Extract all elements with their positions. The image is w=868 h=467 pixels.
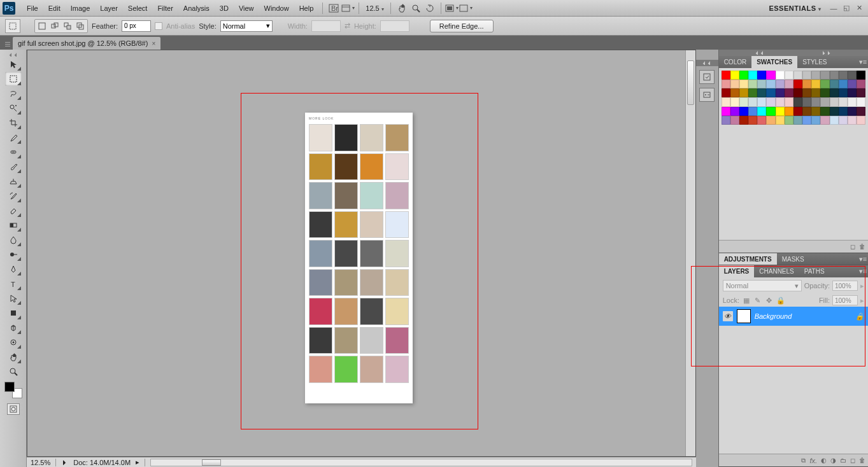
path-select-tool[interactable] xyxy=(5,291,22,305)
swatch[interactable] xyxy=(793,116,802,125)
swatch[interactable] xyxy=(730,71,739,80)
adjustment-layer-icon[interactable]: ◑ xyxy=(830,457,836,464)
blend-mode-select[interactable]: Normal▾ xyxy=(723,280,802,291)
swatch[interactable] xyxy=(776,88,785,97)
swatch[interactable] xyxy=(820,107,829,116)
swatch[interactable] xyxy=(785,80,793,88)
screen-mode[interactable] xyxy=(459,2,473,15)
swatch[interactable] xyxy=(766,80,775,88)
lasso-tool[interactable] xyxy=(5,87,22,101)
swatch[interactable] xyxy=(811,116,820,125)
swatch[interactable] xyxy=(776,71,785,80)
collapse-handle[interactable]: ⏴⏴ ⏵⏵ xyxy=(719,50,868,56)
horizontal-scrollbar[interactable] xyxy=(150,459,692,466)
swatch[interactable] xyxy=(722,88,730,97)
move-tool[interactable] xyxy=(5,57,22,71)
swatch[interactable] xyxy=(748,97,757,106)
swatch[interactable] xyxy=(766,97,775,106)
tab-drag-handle[interactable] xyxy=(5,38,10,50)
color-swatches[interactable] xyxy=(4,382,22,398)
opacity-input[interactable]: 100% xyxy=(832,281,858,291)
swatch[interactable] xyxy=(766,71,775,80)
layer-row[interactable]: 👁 Background 🔒 xyxy=(719,307,868,326)
swatch[interactable] xyxy=(811,97,820,106)
swatch[interactable] xyxy=(730,97,739,106)
bridge-button[interactable]: Br xyxy=(327,2,341,15)
hand-tool-shortcut[interactable] xyxy=(395,2,409,15)
swatch[interactable] xyxy=(839,71,848,80)
scrollbar-thumb[interactable] xyxy=(687,60,694,105)
swatch[interactable] xyxy=(857,80,865,88)
swatch[interactable] xyxy=(820,80,829,88)
selection-add[interactable] xyxy=(49,21,60,31)
swatch[interactable] xyxy=(722,71,730,80)
menu-analysis[interactable]: Analysis xyxy=(178,2,215,15)
menu-edit[interactable]: Edit xyxy=(43,2,66,15)
arrange-documents[interactable] xyxy=(445,2,459,15)
quick-select-tool[interactable] xyxy=(5,101,22,115)
swatch[interactable] xyxy=(722,107,730,116)
tab-masks[interactable]: MASKS xyxy=(777,253,809,265)
swatch[interactable] xyxy=(793,88,802,97)
workspace-switcher[interactable]: ESSENTIALS xyxy=(762,3,827,14)
healing-brush-tool[interactable] xyxy=(5,145,22,159)
delete-layer-icon[interactable]: 🗑 xyxy=(859,457,865,464)
window-close[interactable]: ✕ xyxy=(853,4,865,13)
swatch[interactable] xyxy=(839,97,848,106)
swatch[interactable] xyxy=(857,107,865,116)
swatch[interactable] xyxy=(776,97,785,106)
document-tab[interactable]: gif full screen shot.jpg @ 12.5% (RGB/8#… xyxy=(13,37,160,50)
hand-tool[interactable] xyxy=(5,350,22,364)
swatch[interactable] xyxy=(739,80,748,88)
swatch[interactable] xyxy=(811,107,820,116)
swatch[interactable] xyxy=(830,107,839,116)
swatch[interactable] xyxy=(730,88,739,97)
swatch[interactable] xyxy=(748,88,757,97)
zoom-level[interactable]: 12.5 xyxy=(363,4,386,12)
layer-fx-icon[interactable]: fx. xyxy=(809,457,817,464)
swatch[interactable] xyxy=(830,71,839,80)
foreground-color[interactable] xyxy=(4,382,15,392)
status-docinfo[interactable]: Doc: 14.0M/14.0M xyxy=(73,459,131,466)
swatch[interactable] xyxy=(766,88,775,97)
link-layers-icon[interactable]: ⧉ xyxy=(801,457,806,464)
swatch[interactable] xyxy=(811,88,820,97)
extras-button[interactable] xyxy=(341,2,355,15)
collapse-handle[interactable]: ⏴⏴ xyxy=(696,60,718,66)
swatch[interactable] xyxy=(793,80,802,88)
swatch[interactable] xyxy=(857,71,865,80)
swatch[interactable] xyxy=(802,116,811,125)
swatch[interactable] xyxy=(730,116,739,125)
swatch[interactable] xyxy=(748,80,757,88)
swatch[interactable] xyxy=(848,88,857,97)
tab-paths[interactable]: PATHS xyxy=(799,265,830,277)
tab-styles[interactable]: STYLES xyxy=(797,56,832,68)
swatch[interactable] xyxy=(776,116,785,125)
swatch[interactable] xyxy=(748,107,757,116)
menu-3d[interactable]: 3D xyxy=(215,2,234,15)
swatch[interactable] xyxy=(748,116,757,125)
vertical-scrollbar[interactable] xyxy=(685,50,695,456)
window-minimize[interactable]: — xyxy=(828,4,839,13)
eyedropper-tool[interactable] xyxy=(5,130,22,144)
status-zoom[interactable]: 12.5% xyxy=(31,459,50,466)
clone-stamp-tool[interactable] xyxy=(5,174,22,188)
feather-input[interactable] xyxy=(122,20,151,32)
panel-menu-icon[interactable]: ▾≡ xyxy=(858,255,868,263)
new-layer-icon[interactable]: ◻ xyxy=(850,457,855,464)
menu-window[interactable]: Window xyxy=(259,2,294,15)
menu-view[interactable]: View xyxy=(234,2,259,15)
swatch[interactable] xyxy=(820,97,829,106)
swatch[interactable] xyxy=(830,88,839,97)
swatch[interactable] xyxy=(857,116,865,125)
dodge-tool[interactable] xyxy=(5,247,22,261)
swatch[interactable] xyxy=(730,107,739,116)
new-swatch-icon[interactable]: ◻ xyxy=(850,243,855,250)
lock-pixels-icon[interactable]: ✎ xyxy=(753,296,762,305)
swatch[interactable] xyxy=(793,97,802,106)
actions-panel-icon[interactable] xyxy=(699,88,715,102)
current-tool-icon[interactable] xyxy=(5,19,20,33)
swatch[interactable] xyxy=(857,97,865,106)
fill-input[interactable]: 100% xyxy=(832,295,858,305)
style-select[interactable]: Normal▾ xyxy=(220,20,273,32)
